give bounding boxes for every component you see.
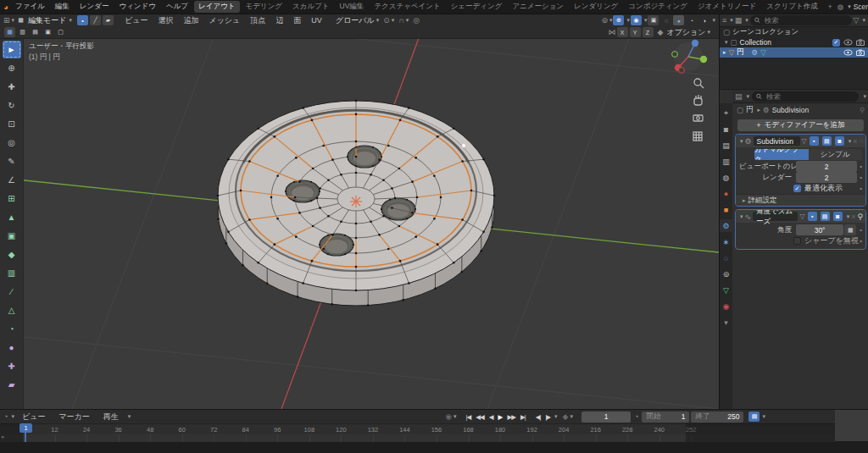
tool-select-box[interactable]: ► — [3, 41, 21, 58]
mirror-z-button[interactable]: Z — [643, 27, 654, 37]
tool-scale[interactable]: ⊡ — [3, 115, 21, 133]
show-in-editmode-cage-icon[interactable]: ▽ — [799, 213, 804, 220]
properties-tab-modifiers[interactable]: ⚙ — [720, 219, 732, 232]
pin-icon[interactable]: ⚲ — [860, 106, 865, 114]
funnel-dropdown-icon[interactable]: ▾ — [862, 17, 865, 24]
viewport-canvas[interactable] — [0, 38, 719, 409]
tool-shear[interactable]: ▰ — [3, 376, 21, 394]
tool-smooth[interactable]: ● — [3, 339, 21, 356]
tool-move[interactable]: ✚ — [3, 78, 21, 96]
properties-tab-scene[interactable]: ◍ — [720, 171, 732, 184]
nav-buttons[interactable] — [693, 79, 704, 141]
navigation-gizmo[interactable] — [672, 40, 708, 74]
shading-solid-button[interactable]: ● — [673, 15, 684, 25]
tool-inset-faces[interactable]: ▣ — [3, 227, 21, 245]
viewport-menu-face[interactable]: 面 — [288, 15, 306, 26]
jump-to-end-button[interactable]: ▶| — [518, 413, 528, 421]
modifier-extras-icon[interactable]: ▾ — [847, 213, 850, 220]
properties-tab-output[interactable]: ▤ — [720, 139, 732, 152]
scene-name[interactable]: Scene — [854, 3, 868, 11]
add-workspace-button[interactable]: + — [824, 2, 837, 12]
play-reverse-button[interactable]: ◀ — [487, 413, 496, 421]
workspace-tab-texpaint[interactable]: テクスチャペイント — [370, 1, 444, 13]
editor-type-icon[interactable]: ⊞ — [3, 16, 10, 25]
workspace-tab-compositing[interactable]: コンポジティング — [624, 1, 692, 13]
options-dropdown-icon[interactable]: ▾ — [707, 29, 710, 36]
modifier-header[interactable]: ▾ ∿ 角度でスムーズ ▽ ▪ ▤ ◙ ▾ × ⚲ — [736, 210, 865, 223]
workspace-tab-animation[interactable]: アニメーション — [508, 1, 568, 13]
tabs-overflow-icon[interactable]: ▾ — [720, 316, 732, 329]
viewport-menu-view[interactable]: ビュー — [120, 15, 153, 26]
breadcrumb-modifier[interactable]: Subdivision — [772, 106, 809, 114]
hide-eye-icon[interactable] — [843, 39, 853, 46]
time-icon[interactable]: ◔ — [634, 412, 638, 421]
scene-sync-icon[interactable]: ▤ — [748, 412, 760, 422]
frame-back-button[interactable]: ◀| — [533, 413, 543, 421]
modifier-extras-icon[interactable]: ▾ — [849, 138, 852, 145]
play-button[interactable]: ▶ — [496, 413, 505, 421]
step-dropdown-icon[interactable]: ▾ — [554, 413, 558, 420]
viewport-menu-add[interactable]: 追加 — [178, 15, 203, 26]
realtime-display-toggle[interactable]: ▤ — [821, 212, 830, 221]
outliner-search[interactable] — [750, 15, 852, 25]
viewport-menu-edge[interactable]: 辺 — [270, 15, 288, 26]
properties-tab-view-layer[interactable]: ▥ — [720, 155, 732, 168]
workspace-tab-scripting[interactable]: スクリプト作成 — [762, 1, 822, 13]
tool-bevel[interactable]: ◆ — [3, 246, 21, 263]
render-levels-field[interactable]: 2 — [796, 172, 857, 183]
workspace-tab-geonodes[interactable]: ジオメトリノード — [693, 1, 760, 13]
animate-dot-icon[interactable]: • — [860, 185, 862, 192]
scene-dropdown-icon[interactable]: ▾ — [848, 3, 851, 10]
orientation-dropdown[interactable]: グローバル — [336, 15, 375, 26]
panel-expand-icon[interactable]: ▾ — [740, 138, 743, 145]
falloff-smooth-icon[interactable]: ▦ — [4, 27, 15, 37]
catmull-clark-button[interactable]: カトマルクラーク — [754, 149, 809, 160]
next-keyframe-button[interactable]: ▶▶ — [504, 413, 518, 421]
workspace-tab-shading[interactable]: シェーディング — [447, 1, 507, 13]
modifier-name-field[interactable]: Subdivision — [754, 136, 800, 146]
collection-checkbox[interactable]: ✓ — [832, 39, 840, 47]
properties-search[interactable] — [752, 91, 859, 102]
tool-transform[interactable]: ◎ — [3, 134, 21, 152]
timeline-menu-marker[interactable]: マーカー — [53, 412, 95, 423]
viewport-menu-mesh[interactable]: メッシュ — [203, 15, 245, 26]
animate-dot-icon[interactable]: • — [860, 226, 862, 234]
snap-target-icon[interactable]: ◆ — [658, 28, 664, 36]
breadcrumb-object[interactable]: 円 — [746, 105, 754, 115]
viewport-levels-field[interactable]: 2 — [796, 161, 857, 172]
select-mode-vertex-button[interactable]: • — [77, 15, 88, 25]
properties-tab-material[interactable]: ◉ — [720, 300, 732, 312]
gizmo-dropdown-icon[interactable]: ▾ — [626, 17, 630, 24]
tool-annotate[interactable]: ✎ — [3, 152, 21, 170]
proportional-edit-icon[interactable]: ◎ — [413, 16, 420, 25]
outliner-filter-dropdown-icon[interactable]: ▾ — [745, 17, 748, 24]
shading-dropdown-icon[interactable]: ▾ — [712, 17, 715, 24]
select-mode-edge-button[interactable]: ╱ — [90, 15, 101, 25]
select-mode-face-button[interactable]: ▰ — [103, 15, 114, 25]
record-button[interactable]: ◉ — [445, 412, 452, 421]
keyframe-decorator-icon[interactable]: ▦ — [844, 224, 856, 235]
viewport-menu-uv[interactable]: UV — [306, 16, 327, 25]
options-dropdown[interactable]: オプション — [666, 27, 705, 38]
tool-spin[interactable]: ◔ — [3, 320, 21, 338]
object-expand-icon[interactable]: ▸ — [723, 49, 726, 56]
menu-render[interactable]: レンダー — [75, 2, 114, 12]
scene-icon[interactable]: ◍ — [837, 3, 843, 11]
collection-row[interactable]: ▾ ▢ Collection ✓ — [720, 37, 868, 47]
visibility-dropdown-icon[interactable]: ▾ — [609, 17, 613, 24]
mirror-x-button[interactable]: X — [617, 27, 628, 37]
workspace-tab-rendering[interactable]: レンダリング — [570, 1, 622, 13]
sync-dropdown-icon[interactable]: ▾ — [762, 413, 765, 420]
tool-poly-build[interactable]: △ — [3, 301, 21, 319]
falloff-sphere-icon[interactable]: ▥ — [17, 27, 28, 37]
workspace-tab-modeling[interactable]: モデリング — [242, 1, 287, 13]
outliner-search-input[interactable] — [763, 15, 848, 25]
collection-expand-icon[interactable]: ▾ — [725, 39, 728, 46]
modifier-header[interactable]: ▾ ⚙ Subdivision ▽ ▪ ▤ ◙ ▾ × ∷ — [736, 135, 865, 147]
editmode-display-toggle[interactable]: ▪ — [810, 136, 819, 146]
frame-forward-button[interactable]: |▶ — [542, 413, 553, 421]
properties-tab-object[interactable]: ■ — [720, 203, 732, 216]
render-camera-icon[interactable] — [856, 49, 865, 56]
workspace-tab-uv[interactable]: UV編集 — [336, 1, 369, 13]
gizmo-toggle-icon[interactable]: ⊕ — [613, 15, 624, 25]
